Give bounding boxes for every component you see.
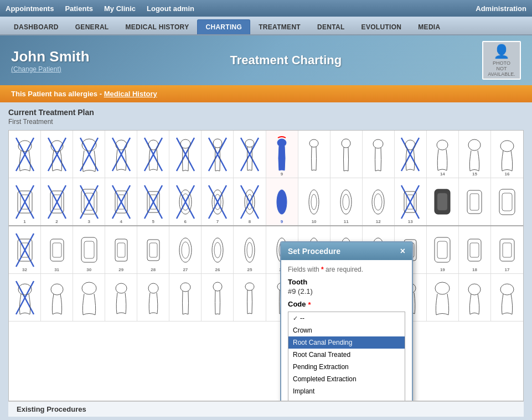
photo-icon: 👤 [493,44,510,59]
tooth-8-occlusal[interactable]: 8 [234,178,266,225]
tooth-19-root[interactable] [427,274,459,321]
required-asterisk: * [321,266,324,273]
procedure-dropdown[interactable]: ✓ -- Crown Root Canal Pending Root Canal… [288,312,405,401]
tooth-25-lower[interactable]: 25 [234,226,266,273]
tooth-16-occlusal[interactable] [491,178,523,225]
tooth-17-root[interactable] [491,274,523,321]
tooth-4-occlusal[interactable]: 4 [105,178,137,225]
tooth-32-lower[interactable]: 32 [9,226,41,273]
tab-media[interactable]: MEDIA [410,19,448,34]
tab-dashboard[interactable]: DASHBOARD [6,19,67,34]
tooth-26-root[interactable] [202,274,234,321]
tooth-9-upper[interactable]: 9 [266,131,298,178]
tooth-12-occlusal[interactable]: 12 [363,178,395,225]
option-implant[interactable]: Implant [288,385,405,397]
main-content: Current Treatment Plan First Treatment [0,102,532,420]
patient-name: John Smith [11,48,90,65]
option-pending-extraction[interactable]: Pending Extraction [288,361,405,373]
tooth-6-upper[interactable] [169,131,202,178]
allergy-banner: This Patient has allergies - Medical His… [0,85,532,102]
tooth-29-lower[interactable]: 29 [105,226,137,273]
tooth-2-occlusal[interactable]: 2 [41,178,73,225]
tooth-15-occlusal[interactable] [459,178,491,225]
tooth-27-root[interactable] [169,274,202,321]
option-decay[interactable]: Decay [288,397,405,401]
modal-close-button[interactable]: × [400,247,405,256]
tooth-1-upper[interactable] [9,131,41,178]
option-root-canal-treated[interactable]: Root Canal Treated [288,349,405,361]
option-crown[interactable]: Crown [288,324,405,336]
tooth-25-root[interactable] [234,274,266,321]
tooth-14-upper[interactable]: 14 [427,131,459,178]
medical-history-link[interactable]: Medical History [104,90,157,98]
tooth-7-occlusal[interactable]: 7 [202,178,234,225]
svg-rect-115 [500,239,514,261]
tooth-16-upper[interactable]: 16 [491,131,523,178]
tab-medical-history[interactable]: MEDICAL HISTORY [117,19,197,34]
required-text: are required. [326,266,363,273]
tooth-18-num: 18 [472,267,477,272]
tooth-3-upper[interactable] [73,131,105,178]
tooth-29-num: 29 [118,267,123,272]
tooth-28-root[interactable] [137,274,169,321]
tooth-19-lower[interactable]: 19 [427,226,459,273]
tab-dental[interactable]: DENTAL [309,19,353,34]
tooth-10-num: 10 [312,219,317,224]
tab-charting[interactable]: CHARTING [197,19,250,34]
tooth-18-root[interactable] [459,274,491,321]
tooth-30-root[interactable] [73,274,105,321]
tooth-13-occlusal[interactable]: 13 [395,178,427,225]
tooth-12-upper[interactable] [363,131,395,178]
nav-appointments[interactable]: Appointments [6,4,54,13]
tooth-31-root[interactable] [41,274,73,321]
tooth-2-upper[interactable] [41,131,73,178]
tooth-15-number: 15 [472,172,477,177]
administration-link[interactable]: Administration [476,4,526,13]
tooth-3-occlusal[interactable]: 3 [73,178,105,225]
tooth-6-occlusal[interactable]: 6 [169,178,202,225]
tooth-9-occlusal[interactable]: 9 [266,178,298,225]
tooth-28-num: 28 [151,267,156,272]
tooth-26-lower[interactable]: 26 [202,226,234,273]
tooth-13-upper[interactable] [395,131,427,178]
tooth-17-lower[interactable]: 17 [491,226,523,273]
tooth-10-occlusal[interactable]: 10 [298,178,330,225]
tooth-11-upper[interactable] [330,131,363,178]
option-root-canal-pending[interactable]: Root Canal Pending [288,336,405,349]
tooth-30-lower[interactable]: 30 [73,226,105,273]
tooth-29-root[interactable] [105,274,137,321]
tooth-15-upper[interactable]: 15 [459,131,491,178]
nav-logout[interactable]: Logout admin [147,4,194,13]
tooth-5-upper[interactable] [137,131,169,178]
svg-point-96 [182,242,189,258]
tab-general[interactable]: GENERAL [67,19,117,34]
tab-treatment[interactable]: TREATMENT [250,19,309,34]
svg-point-132 [435,282,450,294]
tooth-4-upper[interactable] [105,131,137,178]
tooth-18-lower[interactable]: 18 [459,226,491,273]
tab-evolution[interactable]: EVOLUTION [353,19,410,34]
change-patient-link[interactable]: (Change Patient) [11,65,90,73]
tooth-8-upper[interactable] [234,131,266,178]
nav-patients[interactable]: Patients [65,4,93,13]
tooth-10-upper[interactable] [298,131,330,178]
option-completed-extraction[interactable]: Completed Extraction [288,373,405,385]
svg-point-70 [343,194,349,210]
svg-point-126 [245,283,254,291]
tooth-1-occlusal[interactable]: 1 [9,178,41,225]
option-blank[interactable]: ✓ -- [288,312,405,324]
tooth-9-occ-num: 9 [281,219,283,224]
tooth-14-occlusal[interactable] [427,178,459,225]
tooth-28-lower[interactable]: 28 [137,226,169,273]
tooth-27-lower[interactable]: 27 [169,226,202,273]
tooth-5-occlusal[interactable]: 5 [137,178,169,225]
svg-point-72 [374,194,382,210]
nav-my-clinic[interactable]: My Clinic [104,4,136,13]
tooth-11-occlusal[interactable]: 11 [330,178,363,225]
tooth-32-root[interactable] [9,274,41,321]
tooth-2-num: 2 [55,219,58,224]
option-blank-label: -- [300,314,304,322]
tooth-7-upper[interactable] [202,131,234,178]
tooth-31-lower[interactable]: 31 [41,226,73,273]
treatment-plan-title: Current Treatment Plan [8,108,524,117]
